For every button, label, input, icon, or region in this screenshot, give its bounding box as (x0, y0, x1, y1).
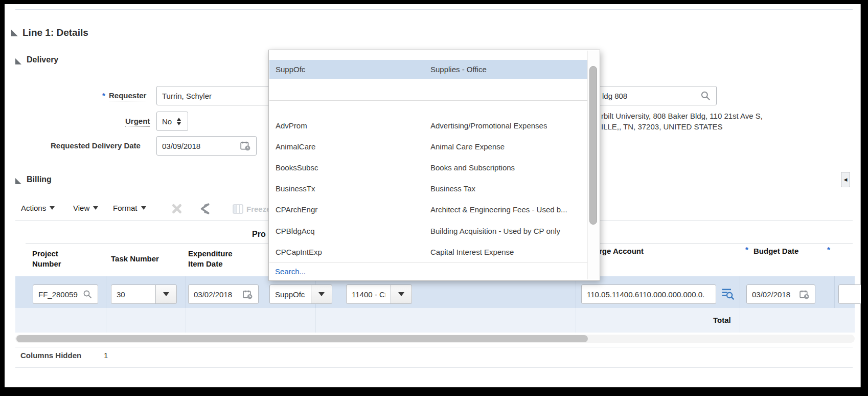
dropdown-item[interactable]: BooksSubsc Books and Subscriptions (269, 157, 587, 178)
delivery-address-line1: rbilt University, 808 Baker Bldg, 110 21… (601, 112, 763, 120)
freeze-icon[interactable] (233, 204, 243, 214)
expenditure-type-field[interactable]: SuppOfc (269, 284, 311, 304)
fund-segment-value: 11400 - Cr (352, 290, 385, 299)
delete-icon[interactable] (171, 203, 183, 215)
window-frame-top (0, 0, 868, 4)
freeze-button-label[interactable]: Freeze (246, 205, 271, 213)
task-number-dropdown-button[interactable] (155, 284, 177, 304)
charge-account-value: 110.05.11400.6110.000.000.000.0. (587, 290, 711, 299)
panel-splitter-collapse-button[interactable]: ◀ (841, 172, 850, 187)
chevron-down-icon (163, 292, 169, 296)
calendar-icon[interactable] (240, 140, 251, 151)
line-details-title: Line 1: Details (22, 27, 88, 38)
requester-required-asterisk: * (102, 91, 105, 100)
columns-hidden-value: 1 (104, 351, 108, 360)
window-frame-left (0, 0, 5, 396)
expenditure-type-dropdown-list: SuppOfc Supplies - Office AdvProm Advert… (268, 50, 600, 281)
column-separator (106, 276, 106, 308)
format-menu-label: Format (113, 204, 138, 212)
horizontal-scrollbar-thumb[interactable] (16, 335, 588, 342)
dropdown-item[interactable]: CPCapIntExp Capital Interest Expense (269, 241, 587, 262)
dropdown-search-link[interactable]: Search... (275, 267, 306, 276)
view-menu-label: View (73, 204, 89, 212)
dropdown-item-description: Capital Interest Expense (430, 248, 514, 256)
task-number-value: 30 (117, 290, 150, 299)
delivery-address-line2: ILLE,, TN, 37203, UNITED STATES (601, 122, 723, 131)
budget-date-field[interactable]: 03/02/2018 (746, 284, 815, 304)
search-icon[interactable] (82, 289, 93, 299)
window-frame-bottom (0, 387, 868, 396)
dropdown-item-description: Architect & Engineering Fees - Used b... (430, 205, 567, 214)
dropdown-item-selected[interactable]: SuppOfc Supplies - Office (269, 60, 587, 79)
column-separator (315, 308, 316, 333)
charge-account-field[interactable]: 110.05.11400.6110.000.000.000.0. (581, 284, 716, 304)
deliver-to-location-value: ldg 808 (602, 92, 700, 100)
expenditure-type-value: SuppOfc (275, 290, 306, 299)
dropdown-item[interactable]: CPBldgAcq Building Acquisition - Used by… (269, 221, 587, 241)
total-label: Total (713, 315, 731, 325)
column-separator (834, 276, 835, 308)
chevron-down-icon (141, 206, 146, 210)
search-icon[interactable] (700, 90, 711, 101)
columns-hidden-label: Columns Hidden (20, 351, 81, 360)
deliver-to-location-field[interactable]: ldg 808 (593, 86, 717, 105)
column-header-budget-date[interactable]: Budget Date (753, 246, 798, 256)
requested-delivery-date-field[interactable]: 03/09/2018 (156, 136, 257, 156)
truncated-edge-field[interactable] (838, 284, 863, 304)
dropdown-item-code: CPCapIntExp (276, 248, 322, 256)
column-separator (740, 308, 740, 333)
actions-menu[interactable]: Actions (21, 204, 55, 212)
dropdown-item-code: BooksSubsc (276, 163, 318, 172)
dropdown-item-code: AnimalCare (276, 142, 315, 151)
dropdown-item-code: CPArchEngr (276, 205, 317, 214)
fund-segment-dropdown-button[interactable] (391, 284, 412, 304)
view-menu[interactable]: View (73, 204, 98, 212)
chevron-down-icon (93, 206, 98, 210)
urgent-stepper[interactable]: No (156, 112, 188, 131)
table-group-header: Pro (252, 229, 266, 239)
dropdown-item[interactable]: BusinessTx Business Tax (269, 178, 587, 199)
application-window: Line 1: Details Delivery * Requester Tur… (0, 0, 868, 396)
project-number-value: FF_280059 (38, 290, 82, 299)
expenditure-item-date-field[interactable]: 03/02/2018 (188, 284, 259, 304)
calendar-icon[interactable] (799, 289, 810, 300)
dropdown-item-description: Building Acquisition - Used by CP only (430, 227, 560, 235)
charge-account-flexfield-icon[interactable] (720, 287, 735, 301)
dropdown-item[interactable]: CPArchEngr Architect & Engineering Fees … (269, 199, 587, 219)
format-menu[interactable]: Format (113, 204, 146, 212)
dropdown-item-description: Business Tax (430, 184, 475, 193)
fund-segment-field[interactable]: 11400 - Cr (346, 284, 391, 304)
dropdown-item-description: Animal Care Expense (430, 142, 505, 151)
dropdown-item-code: SuppOfc (276, 65, 305, 74)
actions-menu-label: Actions (21, 204, 46, 212)
calendar-icon[interactable] (242, 289, 253, 300)
dropdown-item-blank[interactable] (269, 79, 587, 96)
budget-date-required-asterisk: * (745, 245, 748, 254)
footer-divider (15, 347, 853, 347)
dropdown-item-description: Supplies - Office (430, 65, 487, 74)
task-number-field[interactable]: 30 (111, 284, 156, 304)
bottom-divider (15, 367, 853, 368)
column-separator (576, 276, 576, 308)
column-header-expenditure-item-date[interactable]: Expenditure Item Date (188, 249, 245, 269)
dropdown-item[interactable]: AdvProm Advertising/Promotional Expenses (269, 115, 587, 136)
billing-title: Billing (27, 175, 52, 184)
column-header-charge-account[interactable]: rge Account (599, 246, 644, 256)
chevron-down-icon (318, 292, 325, 296)
spinner-arrows-icon[interactable] (177, 118, 181, 125)
dropdown-item-code: CPBldgAcq (276, 227, 315, 235)
dropdown-item[interactable]: AnimalCare Animal Care Expense (269, 136, 587, 157)
column-separator (576, 308, 576, 333)
column-header-task-number[interactable]: Task Number (111, 254, 159, 264)
column-header-project-number[interactable]: Project Number (32, 249, 75, 269)
column-separator (186, 308, 186, 333)
expenditure-type-dropdown-button[interactable] (311, 284, 332, 304)
top-divider (15, 9, 853, 10)
dropdown-scrollbar-thumb[interactable] (589, 66, 597, 225)
column-separator (106, 308, 106, 333)
delivery-title: Delivery (27, 55, 58, 64)
project-number-field[interactable]: FF_280059 (33, 284, 98, 304)
detach-icon[interactable] (197, 203, 212, 215)
dropdown-divider (269, 262, 587, 262)
dropdown-divider (269, 100, 587, 101)
